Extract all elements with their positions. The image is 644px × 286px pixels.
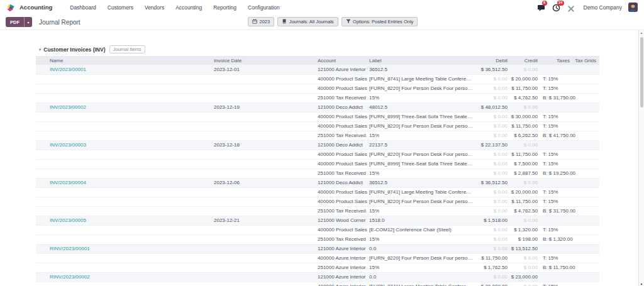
account-cell: 400000 Azure Interior [318, 282, 369, 286]
collapse-caret-icon[interactable]: ▾ [39, 47, 41, 52]
invoice-date-cell: 2023-12-19 [214, 102, 318, 112]
pdf-button[interactable]: PDF [6, 17, 24, 27]
debit-cell: $ 0.00 [473, 187, 508, 197]
table-row: 400000 Product Sales [FURN_8999] Three-S… [36, 159, 599, 168]
entry-name-link[interactable]: INV/2023/00003 [50, 142, 86, 148]
debit-cell: $ 22,137.50 [473, 140, 508, 150]
col-tax-grids: Tax Grids [570, 56, 599, 65]
tax-grids-cell [570, 272, 599, 282]
tax-grids-cell [570, 112, 599, 121]
tax-grids-cell [570, 121, 599, 131]
taxes-cell: T: 15% [538, 112, 570, 121]
tax-grids-cell [570, 140, 599, 150]
account-cell: 400000 Product Sales [318, 121, 369, 131]
company-switcher[interactable]: Demo Company [584, 4, 622, 11]
date-filter-button[interactable]: 2023 [248, 17, 274, 26]
tax-grids-cell [570, 253, 599, 263]
account-cell: 121000 Azure Interior [318, 272, 369, 282]
tax-grids-cell [570, 178, 599, 187]
journals-filter-button[interactable]: Journals: All Journals [277, 17, 338, 26]
credit-cell: $ 20,000.00 [508, 187, 538, 197]
label-cell: 36512.5 [369, 65, 473, 74]
debit-cell: $ 0.00 [473, 234, 508, 244]
activities-icon[interactable]: 24 [552, 3, 561, 12]
account-cell: 400000 Product Sales [318, 150, 369, 159]
table-row: 400000 Product Sales [FURN_8220] Four Pe… [36, 150, 599, 159]
col-account: Account [318, 56, 369, 65]
odoo-logo[interactable] [6, 3, 15, 12]
label-cell: 15% [369, 263, 473, 272]
taxes-cell [538, 65, 570, 74]
scroll-down-icon[interactable]: ▼ [639, 282, 644, 286]
account-cell: 251000 Tax Received [318, 168, 369, 178]
invoice-date-cell [214, 272, 318, 282]
taxes-cell [538, 272, 570, 282]
label-cell: [FURN_8741] Large Meeting Table Conferen… [369, 74, 473, 84]
account-cell: 400000 Product Sales [318, 112, 369, 121]
label-cell: 15% [369, 168, 473, 178]
messages-icon[interactable]: 6 [537, 3, 546, 12]
options-filter-label: Options: Posted Entries Only [353, 19, 413, 25]
vertical-scrollbar[interactable]: ▲ ▼ [638, 30, 644, 286]
entry-name-link[interactable]: RINV/2023/00001 [50, 246, 90, 251]
credit-cell: $ 0.00 [508, 282, 538, 286]
journal-section-title: Customer Invoices (INV) [43, 47, 105, 53]
journal-items-button[interactable]: Journal Items [109, 45, 145, 53]
entry-name-link[interactable]: INV/2023/00001 [50, 67, 86, 72]
menu-accounting[interactable]: Accounting [175, 4, 202, 11]
entry-name-link[interactable]: RINV/2023/00002 [50, 274, 90, 280]
taxes-cell: T: 15% [538, 187, 570, 197]
label-cell: 1518.0 [369, 216, 473, 225]
invoice-date-cell [214, 197, 318, 206]
credit-cell: $ 198.00 [508, 234, 538, 244]
settings-icon[interactable] [567, 4, 575, 11]
table-row: 400000 Azure Interior [FURN_8741] Large … [36, 282, 599, 286]
table-row: 251000 Tax Received 15% $ 0.00 $ 4,762.5… [36, 206, 599, 216]
journals-filter-label: Journals: All Journals [289, 19, 334, 25]
credit-cell: $ 6,262.50 [508, 131, 538, 140]
invoice-date-cell [214, 112, 318, 121]
scroll-up-icon[interactable]: ▲ [639, 31, 644, 35]
menu-configuration[interactable]: Configuration [248, 4, 280, 11]
taxes-cell: T: 15% [538, 74, 570, 84]
invoice-date-cell [214, 206, 318, 216]
menu-dashboard[interactable]: Dashboard [70, 4, 96, 11]
table-row: 251000 Tax Received 15% $ 0.00 $ 4,762.5… [36, 93, 599, 102]
label-cell: 22137.5 [369, 140, 473, 150]
invoice-date-cell [214, 74, 318, 84]
taxes-cell: T: 15% [538, 253, 570, 263]
label-cell: 15% [369, 206, 473, 216]
table-row: 400000 Product Sales [FURN_8741] Large M… [36, 74, 599, 84]
debit-cell: $ 0.00 [473, 121, 508, 131]
invoice-date-cell [214, 121, 318, 131]
label-cell: 15% [369, 93, 473, 102]
account-cell: 121000 Azure Interior [318, 65, 369, 74]
entry-name-link[interactable]: INV/2023/00004 [50, 180, 86, 185]
label-cell: [FURN_8999] Three-Seat Sofa Three Seater… [369, 112, 473, 121]
account-cell: 121000 Wood Corner [318, 216, 369, 225]
debit-cell: $ 0.00 [473, 150, 508, 159]
app-name[interactable]: Accounting [19, 4, 52, 11]
invoice-date-cell [214, 159, 318, 168]
entry-name-link[interactable]: INV/2023/00005 [50, 217, 86, 223]
entry-name-link[interactable]: INV/2023/00002 [50, 104, 86, 110]
scrollbar-thumb[interactable] [640, 37, 643, 107]
taxes-cell: B: $ 31,750.00 [538, 93, 570, 102]
taxes-cell: B: $ 1,320.00 [538, 234, 570, 244]
taxes-cell: T: 15% [538, 282, 570, 286]
pdf-dropdown-toggle[interactable]: ▾ [24, 17, 32, 27]
menu-reporting[interactable]: Reporting [213, 4, 236, 11]
menu-vendors[interactable]: Vendors [145, 4, 164, 11]
menu-customers[interactable]: Customers [108, 4, 133, 11]
options-filter-button[interactable]: Options: Posted Entries Only [341, 17, 418, 26]
table-row: 251000 Tax Received 15% $ 0.00 $ 2,887.5… [36, 168, 599, 178]
debit-cell: $ 36,512.50 [473, 65, 508, 74]
label-cell: 15% [369, 234, 473, 244]
user-avatar[interactable] [628, 3, 638, 12]
credit-cell: $ 2,887.50 [508, 168, 538, 178]
invoice-date-cell [214, 282, 318, 286]
debit-cell: $ 36,512.50 [473, 178, 508, 187]
systray: 6 24 Demo Company [537, 3, 638, 12]
credit-cell: $ 0.00 [508, 140, 538, 150]
col-name: Name [36, 56, 214, 65]
